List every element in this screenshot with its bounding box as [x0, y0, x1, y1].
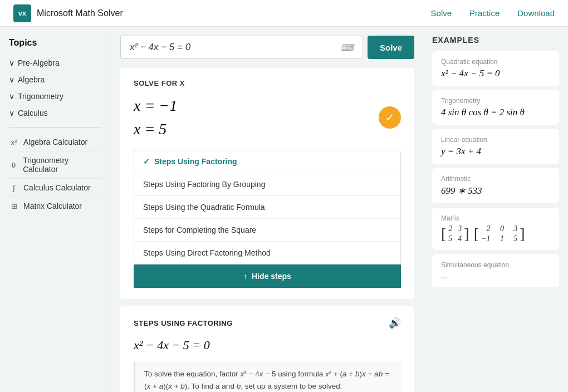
solve-for-label: SOLVE FOR X [134, 79, 401, 87]
steps-description: To solve the equation, factor x² − 4x − … [134, 361, 401, 392]
step-item-factoring-grouping[interactable]: Steps Using Factoring By Grouping [134, 173, 400, 196]
steps-section: STEPS USING FACTORING 🔊 x² − 4x − 5 = 0 … [120, 306, 414, 392]
example-quadratic-math: x² − 4x − 5 = 0 [441, 68, 550, 79]
theta-icon: θ [9, 161, 18, 169]
solution-x1: x = −1 [134, 94, 177, 117]
example-trig-math: 4 sin θ cos θ = 2 sin θ [441, 107, 550, 118]
algebra-icon: x² [9, 138, 19, 146]
equation-value: x² − 4x − 5 = 0 [130, 42, 190, 53]
matrix2-display: [ 2 0 3 −1 1 5 ] [474, 224, 525, 243]
hide-steps-button[interactable]: ↑ Hide steps [134, 264, 401, 288]
arrow-up-icon: ↑ [243, 272, 247, 281]
steps-list: ✓ Steps Using Factoring Steps Using Fact… [134, 150, 401, 264]
steps-section-title: STEPS USING FACTORING [134, 319, 233, 327]
logo-icon: vx [13, 4, 31, 22]
example-quadratic-label: Quadratic equation [441, 58, 550, 66]
solution-values: x = −1 x = 5 [134, 94, 177, 141]
solve-button[interactable]: Solve [368, 36, 414, 59]
sidebar-item-pre-algebra[interactable]: ∨ Pre-Algebra [9, 55, 102, 71]
matrix1-display: [ 2 3 5 4 ] [441, 224, 469, 243]
steps-section-header: STEPS USING FACTORING 🔊 [134, 317, 401, 329]
solutions-area: x = −1 x = 5 ✓ [134, 94, 401, 141]
check-badge: ✓ [379, 106, 401, 129]
step-item-completing-square[interactable]: Steps for Completing the Square [134, 219, 400, 242]
main-layout: Topics ∨ Pre-Algebra ∨ Algebra ∨ Trigono… [0, 27, 568, 392]
integral-icon: ∫ [9, 184, 19, 192]
step-item-quadratic-formula[interactable]: Steps Using the Quadratic Formula [134, 196, 400, 219]
step-item-direct-factoring[interactable]: Steps Using Direct Factoring Method [134, 242, 400, 264]
sidebar-item-calculus[interactable]: ∨ Calculus [9, 105, 102, 121]
sidebar-title: Topics [9, 38, 102, 48]
example-matrix[interactable]: Matrix [ 2 3 5 4 ] [ 2 0 [432, 208, 559, 250]
keyboard-icon: ⌨ [341, 42, 354, 53]
example-simultaneous-label: Simultaneous equation [441, 261, 550, 269]
check-icon: ✓ [143, 157, 150, 166]
search-bar-wrapper: x² − 4x − 5 = 0 ⌨ Solve [120, 36, 414, 59]
header-nav: Solve Practice Download [431, 8, 555, 18]
step-item-factoring[interactable]: ✓ Steps Using Factoring [134, 150, 400, 173]
sidebar-divider [9, 127, 102, 128]
logo-area: vx Microsoft Math Solver [13, 4, 431, 22]
right-panel: EXAMPLES Quadratic equation x² − 4x − 5 … [423, 27, 568, 392]
matrix-icon: ⊞ [9, 202, 19, 210]
sidebar-tool-calculus[interactable]: ∫ Calculus Calculator [9, 179, 102, 197]
sidebar: Topics ∨ Pre-Algebra ∨ Algebra ∨ Trigono… [0, 27, 111, 392]
chevron-down-icon: ∨ [9, 92, 14, 101]
equation-input[interactable]: x² − 4x − 5 = 0 ⌨ [120, 36, 363, 59]
example-linear[interactable]: Linear equation y = 3x + 4 [432, 129, 559, 164]
example-simultaneous-math: ... [441, 271, 550, 281]
steps-equation: x² − 4x − 5 = 0 [134, 338, 401, 352]
example-trig-label: Trigonometry [441, 97, 550, 105]
example-arithmetic-label: Arithmetic [441, 175, 550, 183]
speaker-icon[interactable]: 🔊 [389, 317, 401, 329]
sidebar-item-trigonometry[interactable]: ∨ Trigonometry [9, 88, 102, 105]
example-matrix-math: [ 2 3 5 4 ] [ 2 0 3 −1 [441, 224, 550, 243]
sidebar-tool-matrix[interactable]: ⊞ Matrix Calculator [9, 197, 102, 215]
main-content: x² − 4x − 5 = 0 ⌨ Solve SOLVE FOR X x = … [111, 27, 423, 392]
nav-practice[interactable]: Practice [469, 8, 500, 18]
chevron-down-icon: ∨ [9, 58, 14, 67]
app-header: vx Microsoft Math Solver Solve Practice … [0, 0, 568, 27]
nav-download[interactable]: Download [517, 8, 555, 18]
solution-x2: x = 5 [134, 117, 177, 141]
solution-card: SOLVE FOR X x = −1 x = 5 ✓ ✓ Steps Using… [120, 68, 414, 299]
example-trig[interactable]: Trigonometry 4 sin θ cos θ = 2 sin θ [432, 90, 559, 125]
app-title: Microsoft Math Solver [37, 8, 123, 18]
example-simultaneous[interactable]: Simultaneous equation ... [432, 254, 559, 287]
nav-solve[interactable]: Solve [431, 8, 452, 18]
examples-title: EXAMPLES [432, 36, 559, 45]
example-linear-label: Linear equation [441, 136, 550, 144]
example-linear-math: y = 3x + 4 [441, 146, 550, 157]
sidebar-item-algebra[interactable]: ∨ Algebra [9, 71, 102, 88]
example-arithmetic[interactable]: Arithmetic 699 ∗ 533 [432, 168, 559, 203]
example-arithmetic-math: 699 ∗ 533 [441, 185, 550, 197]
sidebar-tool-algebra[interactable]: x² Algebra Calculator [9, 133, 102, 151]
chevron-down-icon: ∨ [9, 75, 14, 84]
chevron-down-icon: ∨ [9, 109, 14, 117]
example-quadratic[interactable]: Quadratic equation x² − 4x − 5 = 0 [432, 51, 559, 86]
example-matrix-label: Matrix [441, 214, 550, 222]
sidebar-tool-trigonometry[interactable]: θ Trigonometry Calculator [9, 151, 102, 179]
